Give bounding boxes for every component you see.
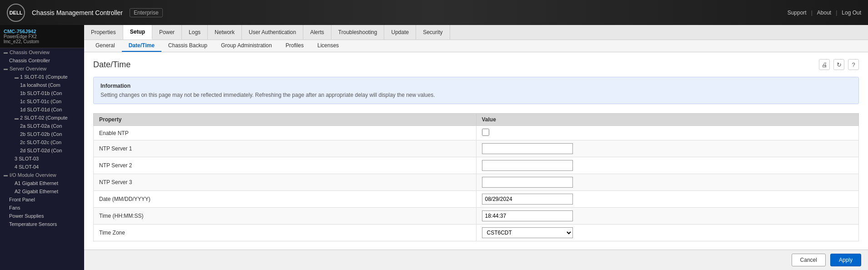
- tab-user-auth[interactable]: User Authentication: [242, 25, 303, 40]
- prop-timezone: Time Zone: [94, 225, 477, 241]
- subtab-profiles[interactable]: Profiles: [279, 40, 311, 52]
- val-time: [476, 208, 859, 225]
- date-input[interactable]: [482, 194, 573, 205]
- expand-icon: ▬: [4, 50, 8, 55]
- footer-bar: Cancel Apply: [84, 250, 868, 270]
- table-row: Time (HH:MM:SS): [94, 208, 859, 225]
- table-row: Enable NTP: [94, 126, 859, 140]
- tab-properties[interactable]: Properties: [84, 25, 123, 40]
- sidebar-item-2d[interactable]: 2d SLOT-02d (Con: [0, 146, 84, 155]
- sub-tab-bar: General Date/Time Chassis Backup Group A…: [84, 40, 868, 52]
- sidebar-item-1a[interactable]: 1a localhost (Com: [0, 81, 84, 89]
- val-enable-ntp: [476, 126, 859, 140]
- edition-badge: Enterprise: [130, 8, 163, 17]
- table-row: NTP Server 2: [94, 157, 859, 174]
- expand-icon-server: ▬: [4, 66, 8, 71]
- expand-icon-io: ▬: [4, 173, 8, 177]
- cmc-id[interactable]: CMC-756J942: [4, 29, 80, 34]
- header: DELL Chassis Management Controller Enter…: [0, 0, 868, 25]
- tab-security[interactable]: Security: [416, 25, 450, 40]
- server-location: lmc_e22, Custom: [4, 39, 80, 44]
- sidebar-item-slot02[interactable]: ▬ 2 SLOT-02 (Compute: [0, 114, 84, 122]
- page-title-row: Date/Time 🖨 ↻ ?: [93, 59, 859, 70]
- table-row: Time Zone CST6CDT UTC EST5EDT PST8PDT MS…: [94, 225, 859, 241]
- table-row: NTP Server 1: [94, 140, 859, 157]
- table-row: NTP Server 3: [94, 174, 859, 191]
- sidebar-item-server-overview[interactable]: ▬ Server Overview: [0, 65, 84, 73]
- sidebar-item-1b[interactable]: 1b SLOT-01b (Con: [0, 89, 84, 97]
- timezone-select[interactable]: CST6CDT UTC EST5EDT PST8PDT MST7MDT: [482, 227, 573, 238]
- page-actions: 🖨 ↻ ?: [819, 59, 859, 70]
- sidebar-item-1d[interactable]: 1d SLOT-01d (Con: [0, 105, 84, 114]
- sidebar-item-front-panel[interactable]: Front Panel: [0, 195, 84, 204]
- sidebar-item-slot04[interactable]: 4 SLOT-04: [0, 163, 84, 171]
- sidebar-item-fans[interactable]: Fans: [0, 204, 84, 212]
- val-date: [476, 191, 859, 208]
- val-ntp3: [476, 174, 859, 191]
- support-link[interactable]: Support: [788, 10, 807, 16]
- main-layout: CMC-756J942 PowerEdge FX2 lmc_e22, Custo…: [0, 25, 868, 270]
- tab-update[interactable]: Update: [384, 25, 416, 40]
- col-property: Property: [94, 114, 477, 126]
- ntp-server-3-input[interactable]: [482, 177, 573, 188]
- app-title: Chassis Management Controller: [32, 9, 123, 16]
- prop-ntp1: NTP Server 1: [94, 140, 477, 157]
- info-heading: Information: [100, 83, 852, 89]
- sidebar-item-slot03[interactable]: 3 SLOT-03: [0, 155, 84, 163]
- logout-link[interactable]: Log Out: [842, 10, 861, 16]
- sidebar-item-chassis-overview[interactable]: ▬ Chassis Overview: [0, 48, 84, 56]
- ntp-server-2-input[interactable]: [482, 160, 573, 171]
- ntp-server-1-input[interactable]: [482, 143, 573, 154]
- sidebar-item-io-overview[interactable]: ▬ I/O Module Overview: [0, 171, 84, 179]
- header-nav: Support | About | Log Out: [788, 10, 861, 16]
- sidebar-item-2c[interactable]: 2c SLOT-02c (Con: [0, 138, 84, 146]
- prop-ntp3: NTP Server 3: [94, 174, 477, 191]
- val-ntp1: [476, 140, 859, 157]
- prop-ntp2: NTP Server 2: [94, 157, 477, 174]
- refresh-button[interactable]: ↻: [833, 59, 844, 70]
- sidebar-item-a2[interactable]: A2 Gigabit Ethernet: [0, 187, 84, 195]
- enable-ntp-checkbox[interactable]: [482, 129, 489, 136]
- subtab-general[interactable]: General: [89, 40, 122, 52]
- info-text: Setting changes on this page may not be …: [100, 92, 852, 98]
- prop-time: Time (HH:MM:SS): [94, 208, 477, 225]
- prop-enable-ntp: Enable NTP: [94, 126, 477, 140]
- tab-alerts[interactable]: Alerts: [303, 25, 331, 40]
- sidebar: CMC-756J942 PowerEdge FX2 lmc_e22, Custo…: [0, 25, 84, 270]
- subtab-chassis-backup[interactable]: Chassis Backup: [161, 40, 214, 52]
- main-tab-bar: Properties Setup Power Logs Network User…: [84, 25, 868, 40]
- refresh-icon: ↻: [837, 61, 842, 68]
- subtab-licenses[interactable]: Licenses: [311, 40, 346, 52]
- tab-power[interactable]: Power: [152, 25, 182, 40]
- expand-icon-slot01: ▬: [15, 75, 19, 80]
- sidebar-item-2b[interactable]: 2b SLOT-02b (Con: [0, 130, 84, 138]
- properties-table: Property Value Enable NTP NTP Server 1: [93, 113, 859, 241]
- subtab-datetime[interactable]: Date/Time: [122, 40, 161, 52]
- page-title: Date/Time: [93, 60, 130, 70]
- about-link[interactable]: About: [817, 10, 831, 16]
- print-icon: 🖨: [822, 61, 828, 68]
- help-icon: ?: [852, 61, 855, 68]
- sidebar-item-temp-sensors[interactable]: Temperature Sensors: [0, 220, 84, 228]
- sidebar-item-chassis-controller[interactable]: Chassis Controller: [0, 56, 84, 65]
- dell-logo: DELL: [7, 4, 25, 22]
- sidebar-item-a1[interactable]: A1 Gigabit Ethernet: [0, 179, 84, 187]
- col-value: Value: [476, 114, 859, 126]
- page-content: Date/Time 🖨 ↻ ? Information Setting chan…: [84, 52, 868, 250]
- subtab-group-admin[interactable]: Group Administration: [214, 40, 279, 52]
- tab-logs[interactable]: Logs: [182, 25, 208, 40]
- server-model: PowerEdge FX2: [4, 34, 80, 39]
- tab-network[interactable]: Network: [208, 25, 242, 40]
- print-button[interactable]: 🖨: [819, 59, 830, 70]
- help-button[interactable]: ?: [848, 59, 859, 70]
- sidebar-item-slot01[interactable]: ▬ 1 SLOT-01 (Compute: [0, 73, 84, 81]
- time-input[interactable]: [482, 210, 573, 221]
- apply-button[interactable]: Apply: [830, 254, 861, 266]
- tab-setup[interactable]: Setup: [123, 25, 152, 40]
- sidebar-item-power-supplies[interactable]: Power Supplies: [0, 212, 84, 220]
- cancel-button[interactable]: Cancel: [792, 254, 826, 266]
- tab-troubleshooting[interactable]: Troubleshooting: [331, 25, 385, 40]
- sidebar-item-2a[interactable]: 2a SLOT-02a (Con: [0, 122, 84, 130]
- val-timezone: CST6CDT UTC EST5EDT PST8PDT MST7MDT: [476, 225, 859, 241]
- sidebar-item-1c[interactable]: 1c SLOT-01c (Con: [0, 97, 84, 105]
